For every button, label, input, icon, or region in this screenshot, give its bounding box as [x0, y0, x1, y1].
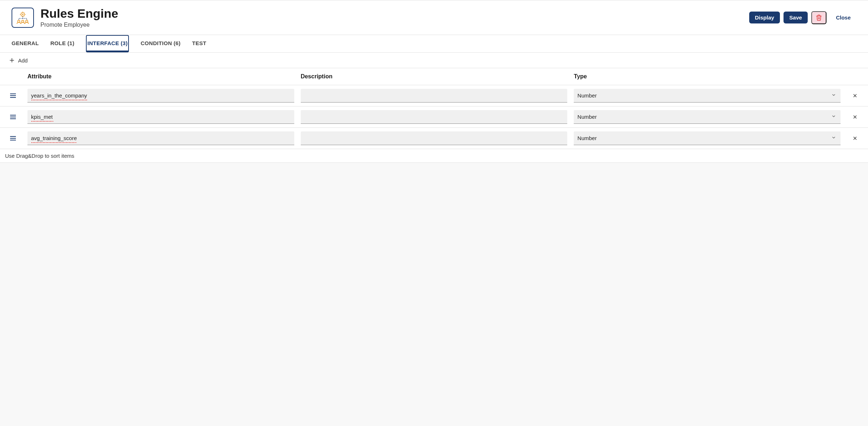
svg-point-4: [26, 20, 28, 22]
description-input[interactable]: [301, 131, 568, 145]
remove-row-button[interactable]: [847, 135, 863, 141]
svg-point-3: [22, 20, 24, 22]
drag-handle-icon[interactable]: [5, 136, 21, 141]
save-button[interactable]: Save: [784, 12, 808, 23]
tab-role[interactable]: ROLE (1): [50, 35, 74, 52]
delete-button[interactable]: [811, 11, 826, 24]
display-button[interactable]: Display: [749, 12, 780, 23]
col-attribute: Attribute: [27, 73, 294, 80]
type-select[interactable]: Number: [574, 131, 841, 145]
page-title: Rules Engine: [40, 7, 118, 20]
table-row: Number: [0, 107, 868, 128]
trash-icon: [816, 14, 822, 21]
remove-row-button[interactable]: [847, 114, 863, 120]
type-value: Number: [574, 89, 841, 102]
page-header: Rules Engine Promote Employee Display Sa…: [0, 0, 868, 35]
description-input[interactable]: [301, 89, 568, 103]
type-select[interactable]: Number: [574, 89, 841, 103]
close-button[interactable]: Close: [830, 12, 856, 23]
svg-point-2: [18, 20, 20, 22]
drag-handle-icon[interactable]: [5, 114, 21, 119]
close-icon: [852, 135, 858, 141]
col-type: Type: [574, 73, 841, 80]
tab-test[interactable]: TEST: [192, 35, 207, 52]
table-row: Number: [0, 128, 868, 149]
close-icon: [852, 93, 858, 99]
add-label: Add: [18, 57, 28, 64]
page-subtitle: Promote Employee: [40, 22, 118, 28]
close-icon: [852, 114, 858, 120]
remove-row-button[interactable]: [847, 93, 863, 99]
svg-point-1: [22, 14, 23, 15]
table-header: Attribute Description Type: [0, 68, 868, 85]
attribute-input[interactable]: [27, 110, 294, 124]
tab-interface[interactable]: INTERFACE (3): [86, 35, 129, 52]
tabs-bar: GENERAL ROLE (1) INTERFACE (3) CONDITION…: [0, 35, 868, 53]
type-value: Number: [574, 110, 841, 123]
attribute-input[interactable]: [27, 131, 294, 145]
type-select[interactable]: Number: [574, 110, 841, 124]
footer-note: Use Drag&Drop to sort items: [0, 149, 868, 163]
plus-icon: [9, 57, 15, 64]
table-row: Number: [0, 85, 868, 107]
tab-condition[interactable]: CONDITION (6): [140, 35, 181, 52]
type-value: Number: [574, 131, 841, 145]
drag-handle-icon[interactable]: [5, 93, 21, 98]
description-input[interactable]: [301, 110, 568, 124]
rules-engine-icon: [12, 8, 34, 28]
tab-general[interactable]: GENERAL: [12, 35, 39, 52]
attribute-input[interactable]: [27, 89, 294, 103]
add-row[interactable]: Add: [0, 53, 868, 68]
col-description: Description: [301, 73, 568, 80]
